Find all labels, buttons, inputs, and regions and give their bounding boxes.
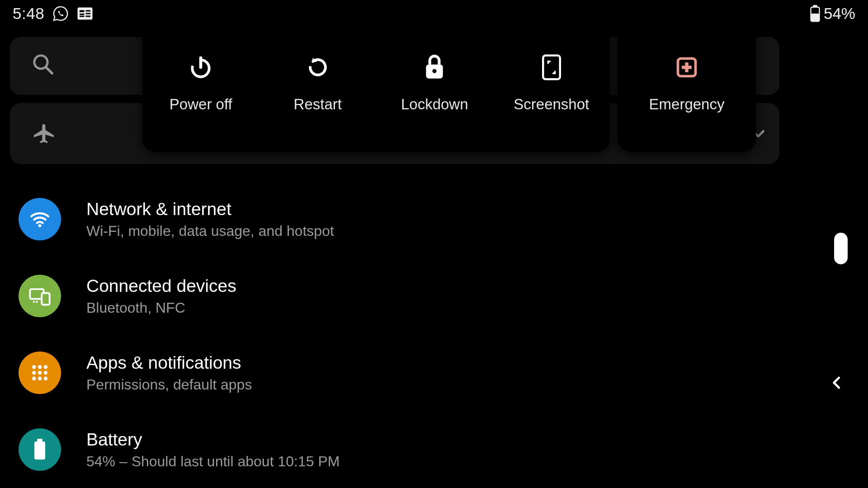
settings-list: Network & internet Wi‑Fi, mobile, data u… (0, 181, 868, 488)
svg-point-29 (38, 371, 42, 375)
svg-rect-19 (682, 66, 692, 69)
restart-button[interactable]: Restart (259, 8, 377, 113)
svg-point-25 (32, 365, 36, 369)
power-off-icon (188, 53, 213, 81)
svg-point-28 (32, 371, 36, 375)
svg-rect-1 (80, 10, 85, 13)
screenshot-icon (541, 53, 562, 81)
screenshot-label: Screenshot (514, 96, 589, 113)
settings-row-apps[interactable]: Apps & notifications Permissions, defaul… (0, 334, 868, 411)
emergency-button[interactable]: Emergency (618, 8, 756, 113)
settings-row-title: Network & internet (86, 199, 334, 219)
settings-row-network[interactable]: Network & internet Wi‑Fi, mobile, data u… (0, 181, 868, 258)
svg-point-23 (33, 301, 35, 303)
apps-grid-icon (19, 352, 61, 394)
svg-rect-22 (42, 293, 49, 305)
svg-rect-9 (811, 14, 819, 21)
restart-label: Restart (294, 96, 342, 113)
restart-icon (306, 53, 330, 81)
lockdown-label: Lockdown (401, 96, 468, 113)
settings-row-subtitle: Bluetooth, NFC (86, 300, 236, 316)
svg-point-32 (38, 377, 42, 380)
battery-row-icon (19, 428, 61, 471)
settings-row-title: Battery (86, 430, 340, 450)
svg-rect-2 (80, 14, 85, 15)
battery-percent: 54% (824, 5, 855, 23)
svg-point-30 (44, 371, 47, 375)
svg-rect-5 (86, 13, 91, 14)
google-news-icon (77, 6, 93, 21)
settings-row-subtitle: 54% – Should last until about 10:15 PM (86, 453, 340, 470)
emergency-label: Emergency (649, 96, 725, 113)
settings-row-subtitle: Permissions, default apps (86, 376, 252, 393)
svg-point-24 (36, 301, 38, 303)
power-menu-card: Power off Restart Lockdown Screenshot (142, 8, 610, 152)
svg-point-33 (44, 377, 47, 380)
search-icon[interactable] (31, 52, 55, 76)
svg-point-31 (32, 377, 36, 380)
svg-point-20 (38, 224, 42, 227)
lockdown-icon (423, 53, 446, 81)
nav-back-icon[interactable] (828, 374, 845, 393)
screenshot-button[interactable]: Screenshot (493, 8, 610, 113)
clock: 5:48 (13, 5, 44, 23)
devices-icon (19, 275, 61, 317)
svg-point-27 (44, 365, 47, 369)
svg-rect-16 (543, 56, 560, 80)
svg-rect-6 (86, 16, 91, 17)
settings-row-battery[interactable]: Battery 54% – Should last until about 10… (0, 411, 868, 488)
airplane-mode-icon[interactable] (32, 122, 57, 147)
settings-row-title: Apps & notifications (86, 353, 252, 373)
power-off-label: Power off (170, 96, 232, 113)
emergency-card: Emergency (618, 8, 756, 152)
emergency-icon (675, 53, 698, 81)
settings-row-subtitle: Wi‑Fi, mobile, data usage, and hotspot (86, 223, 334, 239)
status-bar-left: 5:48 (13, 5, 93, 23)
scrollbar-thumb[interactable] (834, 233, 848, 264)
svg-rect-34 (37, 439, 42, 441)
whatsapp-icon (52, 5, 69, 22)
settings-row-title: Connected devices (86, 276, 236, 296)
svg-rect-3 (80, 16, 85, 17)
settings-row-connected-devices[interactable]: Connected devices Bluetooth, NFC (0, 258, 868, 334)
power-off-button[interactable]: Power off (142, 8, 259, 113)
status-bar-right: 54% (809, 5, 855, 23)
wifi-icon (19, 198, 61, 240)
svg-point-15 (433, 69, 437, 73)
battery-icon (809, 5, 821, 22)
svg-rect-35 (34, 441, 45, 460)
svg-rect-4 (86, 10, 91, 12)
svg-line-11 (46, 67, 52, 74)
svg-point-26 (38, 365, 42, 369)
lockdown-button[interactable]: Lockdown (376, 8, 493, 113)
